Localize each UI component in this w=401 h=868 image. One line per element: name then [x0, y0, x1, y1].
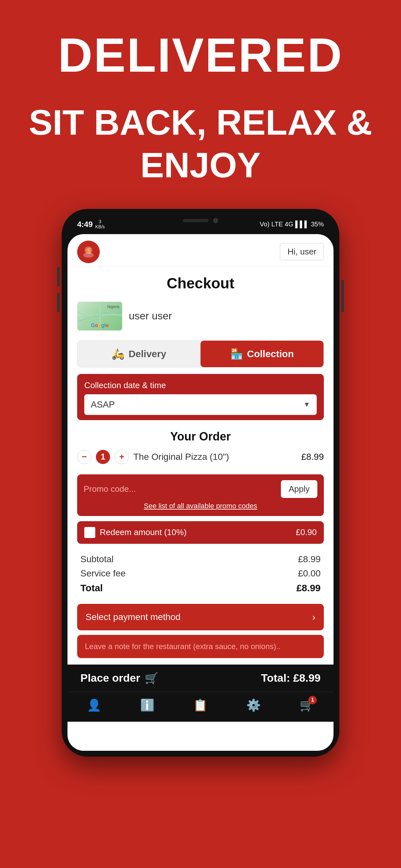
subtotal-label: Subtotal: [81, 554, 114, 564]
page-title: Checkout: [67, 275, 334, 292]
nav-menu[interactable]: 📋: [193, 699, 208, 712]
phone-mockup: 4:49 3 KB/s Vo) LTE 4G ▌▌▌ 35%: [62, 209, 339, 756]
service-fee-row: Service fee £0.00: [81, 566, 320, 581]
collection-tab[interactable]: 🏪 Collection: [201, 341, 323, 367]
voip-icon: Vo): [260, 221, 270, 228]
svg-text:🍕: 🍕: [85, 247, 92, 254]
nav-info[interactable]: ℹ️: [140, 699, 155, 712]
bottom-bar: Place order 🛒 Total: £8.99: [67, 664, 334, 692]
quantity-value: 1: [96, 450, 110, 464]
nav-bar: 👤 ℹ️ 📋 ⚙️ 🛒 1: [67, 692, 334, 722]
lte-label: LTE: [272, 221, 283, 228]
delivery-icon: 🛵: [112, 348, 125, 360]
item-name: The Original Pizza (10"): [133, 452, 297, 462]
totals-section: Subtotal £8.99 Service fee £0.00 Total £…: [67, 549, 334, 600]
camera: [213, 218, 218, 223]
promo-link[interactable]: See list of all available promo codes: [84, 502, 317, 510]
quantity-increase-button[interactable]: +: [115, 450, 129, 464]
cart-icon: 🛒: [145, 672, 158, 685]
battery-level: 35%: [311, 221, 324, 228]
menu-icon: 📋: [193, 699, 208, 712]
hero-title: DELIVERED: [19, 29, 382, 82]
redeem-checkbox[interactable]: [84, 527, 95, 538]
redeem-amount: £0.90: [296, 527, 317, 537]
map-visual: Nigeria Google: [78, 302, 122, 330]
item-price: £8.99: [301, 452, 324, 462]
settings-icon: ⚙️: [246, 699, 261, 712]
status-icons: Vo) LTE 4G ▌▌▌ 35%: [260, 221, 324, 228]
redeem-section: Redeem amount (10%) £0.90: [77, 521, 324, 544]
place-order-button[interactable]: Place order 🛒: [81, 672, 158, 685]
hero-subtitle: SIT BACK, RELAX & ENJOY: [19, 101, 382, 186]
phone-frame: 4:49 3 KB/s Vo) LTE 4G ▌▌▌ 35%: [62, 209, 339, 756]
total-label: Total: [81, 583, 103, 593]
app-header: 🍕 Hi, user: [67, 234, 334, 267]
volume-up-button: [57, 267, 60, 286]
quantity-decrease-button[interactable]: −: [77, 450, 91, 464]
service-fee-label: Service fee: [81, 568, 126, 579]
delivery-collection-toggle: 🛵 Delivery 🏪 Collection: [77, 340, 324, 368]
select-payment-button[interactable]: Select payment method ›: [77, 604, 324, 630]
note-placeholder: Leave a note for the restaurant (extra s…: [85, 642, 281, 651]
apply-promo-button[interactable]: Apply: [281, 480, 317, 498]
signal-bars: ▌▌▌: [295, 221, 309, 228]
promo-code-input[interactable]: [84, 484, 278, 494]
notch-area: [183, 218, 218, 223]
redeem-label: Redeem amount (10%): [100, 527, 291, 537]
place-order-label: Place order: [81, 672, 140, 684]
nav-settings[interactable]: ⚙️: [246, 699, 261, 712]
delivery-label: Delivery: [128, 348, 166, 360]
nav-profile[interactable]: 👤: [87, 699, 101, 712]
nav-cart[interactable]: 🛒 1: [300, 699, 314, 712]
subtotal-value: £8.99: [298, 554, 320, 564]
phone-screen: 🍕 Hi, user Checkout Nigeria: [67, 234, 334, 751]
profile-icon: 👤: [87, 699, 101, 712]
cart-badge: 1: [308, 696, 317, 704]
delivery-tab[interactable]: 🛵 Delivery: [78, 341, 201, 367]
status-time: 4:49 3 KB/s: [77, 219, 105, 229]
collection-label: Collection: [247, 348, 294, 360]
user-name: user user: [129, 310, 172, 322]
order-item-row: − 1 + The Original Pizza (10") £8.99: [77, 450, 324, 464]
dropdown-arrow-icon: ▼: [303, 400, 310, 409]
order-section: Your Order − 1 + The Original Pizza (10"…: [67, 427, 334, 474]
total-value: £8.99: [297, 583, 320, 593]
hero-section: DELIVERED SIT BACK, RELAX & ENJOY: [0, 29, 401, 186]
promo-row: Apply: [84, 480, 317, 498]
collection-date-section: Collection date & time ASAP ▼: [77, 374, 324, 420]
map-thumbnail: Nigeria Google: [77, 302, 122, 331]
speaker: [183, 219, 209, 222]
4g-label: 4G: [285, 221, 294, 228]
user-location-row: Nigeria Google user user: [67, 299, 334, 337]
power-button: [341, 280, 344, 312]
promo-section: Apply See list of all available promo co…: [77, 474, 324, 516]
subtotal-row: Subtotal £8.99: [81, 552, 320, 566]
collection-icon: 🏪: [230, 348, 243, 360]
app-logo: 🍕: [77, 241, 100, 263]
order-title: Your Order: [77, 430, 324, 443]
info-icon: ℹ️: [140, 699, 155, 712]
service-fee-value: £0.00: [298, 568, 320, 579]
note-input-bar[interactable]: Leave a note for the restaurant (extra s…: [77, 635, 324, 658]
payment-chevron-icon: ›: [312, 612, 315, 623]
map-roads-svg: [78, 305, 122, 324]
volume-down-button: [57, 293, 60, 312]
collection-date-label: Collection date & time: [84, 380, 317, 391]
asap-dropdown[interactable]: ASAP ▼: [84, 394, 317, 415]
bottom-total: Total: £8.99: [261, 672, 320, 684]
total-row: Total £8.99: [81, 581, 320, 595]
asap-value: ASAP: [91, 399, 115, 410]
payment-label: Select payment method: [86, 612, 181, 622]
status-bar: 4:49 3 KB/s Vo) LTE 4G ▌▌▌ 35%: [67, 215, 334, 234]
hi-user-button[interactable]: Hi, user: [280, 243, 324, 260]
